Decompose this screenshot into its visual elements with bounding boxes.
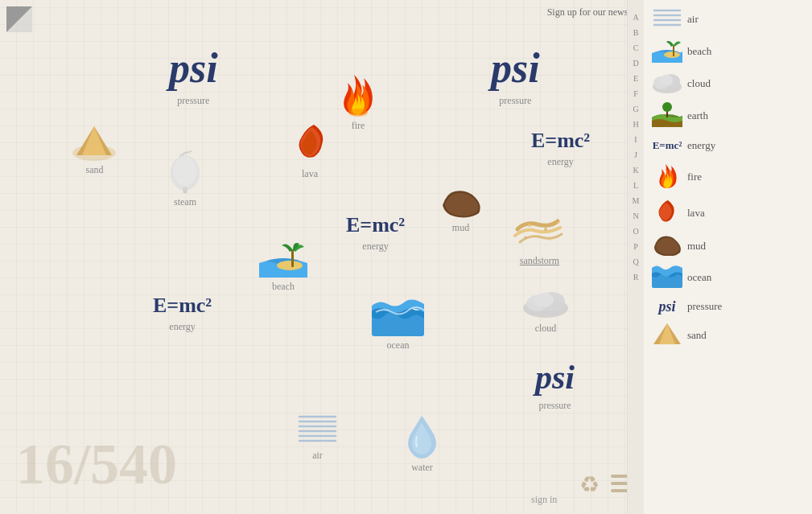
sidebar-energy-icon: E=mc² (652, 139, 682, 152)
svg-point-21 (534, 293, 554, 307)
sidebar-mud-label: mud (687, 240, 706, 253)
sidebar-item-earth[interactable]: earth (645, 99, 812, 133)
sidebar-item-sand[interactable]: sand (645, 319, 812, 352)
element-water[interactable]: water (404, 414, 440, 474)
element-lava[interactable]: lava (290, 121, 330, 180)
alpha-D[interactable]: D (633, 56, 638, 71)
psi-sublabel-2: pressure (499, 95, 531, 107)
sidebar-item-mud[interactable]: mud (645, 231, 812, 261)
sidebar-air-icon (653, 6, 682, 29)
sidebar-air-label: air (687, 13, 699, 26)
sidebar-cloud-icon (652, 71, 682, 93)
alpha-J[interactable]: J (634, 147, 637, 162)
alphabet-nav: A B C D E F G H I J K L M N O P Q R (628, 0, 644, 514)
psi-sublabel-1: pressure (177, 95, 209, 107)
psi-sublabel-3: pressure (539, 400, 571, 412)
recycle-icon[interactable]: ♻ (579, 471, 600, 498)
energy-sublabel-3: energy (547, 156, 573, 168)
alpha-L[interactable]: L (633, 178, 638, 193)
alpha-N[interactable]: N (633, 208, 638, 224)
sidebar-item-fire[interactable]: fire (645, 158, 812, 195)
sidebar: A B C D E F G H I J K L M N O P Q R (627, 0, 812, 514)
sidebar-mud-icon (652, 233, 682, 256)
energy-sublabel-1: energy (169, 321, 195, 333)
alpha-C[interactable]: C (633, 40, 639, 56)
sandstorm-label: sandstorm (520, 255, 559, 267)
sidebar-earth-label: earth (687, 109, 708, 122)
element-psi-2[interactable]: psi pressure (491, 44, 540, 107)
svg-rect-8 (184, 191, 186, 193)
element-mud[interactable]: mud (439, 185, 483, 234)
sidebar-ocean-icon (652, 264, 682, 288)
alpha-M[interactable]: M (633, 193, 640, 208)
fire-icon (338, 68, 378, 117)
psi-label-2: psi (491, 44, 540, 92)
steam-icon (165, 149, 205, 193)
alpha-O[interactable]: O (633, 224, 638, 239)
alpha-H[interactable]: H (633, 117, 638, 132)
alpha-B[interactable]: B (633, 25, 639, 40)
element-steam[interactable]: steam (165, 149, 205, 208)
svg-point-13 (528, 224, 531, 227)
element-energy-1[interactable]: E=mc² energy (153, 294, 212, 333)
element-fire[interactable]: fire (338, 68, 378, 132)
energy-sublabel-2: energy (362, 241, 388, 253)
air-label: air (312, 450, 323, 462)
svg-point-46 (662, 102, 672, 112)
beach-label: beach (272, 281, 295, 293)
sidebar-item-cloud[interactable]: cloud (645, 68, 812, 99)
sidebar-item-pressure[interactable]: psi pressure (645, 294, 812, 319)
sidebar-item-air[interactable]: air (645, 4, 812, 35)
sidebar-sand-label: sand (687, 329, 707, 342)
ocean-icon (372, 296, 424, 336)
beach-icon (259, 237, 307, 278)
sidebar-beach-label: beach (687, 45, 711, 58)
sidebar-item-ocean[interactable]: ocean (645, 261, 812, 294)
svg-point-37 (664, 51, 680, 58)
steam-label: steam (174, 196, 196, 208)
sand-label: sand (86, 164, 104, 176)
sidebar-sand-icon (652, 322, 682, 346)
sidebar-lava-label: lava (687, 207, 705, 220)
energy-label-1: E=mc² (153, 294, 212, 318)
element-psi-1[interactable]: psi pressure (169, 44, 218, 107)
element-air[interactable]: air (295, 410, 340, 462)
svg-point-15 (557, 222, 559, 224)
alpha-K[interactable]: K (633, 162, 638, 178)
alpha-G[interactable]: G (633, 101, 638, 117)
sidebar-beach-icon (652, 37, 682, 63)
alpha-A[interactable]: A (633, 10, 638, 25)
alpha-E[interactable]: E (633, 71, 638, 86)
sidebar-item-beach[interactable]: beach (645, 35, 812, 68)
sand-icon (72, 125, 117, 161)
alpha-Q[interactable]: Q (633, 254, 638, 269)
sidebar-fire-icon (656, 161, 678, 190)
element-sandstorm[interactable]: sandstorm (513, 213, 566, 267)
element-ocean[interactable]: ocean (372, 296, 424, 352)
element-beach[interactable]: beach (259, 237, 307, 293)
air-icon (295, 410, 340, 446)
alpha-F[interactable]: F (633, 86, 638, 101)
sidebar-cloud-label: cloud (687, 77, 711, 90)
svg-point-14 (544, 228, 547, 231)
element-psi-3[interactable]: psi pressure (535, 358, 575, 412)
sidebar-pressure-label: pressure (687, 300, 722, 313)
alpha-I[interactable]: I (634, 132, 637, 147)
alpha-P[interactable]: P (633, 239, 638, 254)
sidebar-item-lava[interactable]: lava (645, 195, 812, 231)
element-energy-3[interactable]: E=mc² energy (531, 129, 590, 168)
sidebar-items-list: air beach (645, 0, 812, 352)
sidebar-fire-label: fire (687, 171, 702, 183)
energy-label-2: E=mc² (346, 213, 405, 237)
bottom-toolbar: ♻ (579, 471, 633, 498)
sidebar-item-energy[interactable]: E=mc² energy (645, 133, 812, 158)
element-sand[interactable]: sand (72, 125, 117, 176)
sandstorm-icon (513, 213, 566, 252)
element-cloud[interactable]: cloud (521, 286, 570, 335)
svg-rect-12 (291, 249, 294, 267)
energy-label-3: E=mc² (531, 129, 590, 153)
sign-in-text[interactable]: sign in (531, 491, 557, 506)
cloud-label: cloud (535, 323, 557, 335)
element-energy-2[interactable]: E=mc² energy (346, 213, 405, 253)
alpha-R[interactable]: R (633, 269, 639, 285)
